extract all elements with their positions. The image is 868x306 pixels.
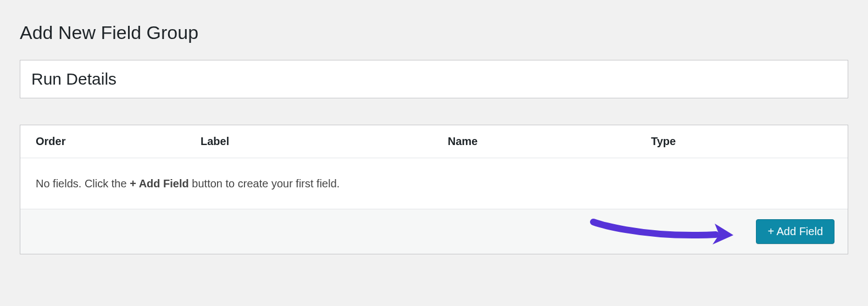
add-field-button[interactable]: + Add Field — [756, 219, 834, 244]
empty-fields-message: No fields. Click the + Add Field button … — [20, 158, 848, 209]
col-header-type: Type — [651, 135, 832, 148]
page-title: Add New Field Group — [20, 20, 848, 44]
fields-panel: Order Label Name Type No fields. Click t… — [20, 125, 848, 254]
fields-footer: + Add Field — [20, 209, 848, 254]
fields-table-header: Order Label Name Type — [20, 125, 848, 158]
arrow-annotation-icon — [589, 214, 738, 252]
col-header-order: Order — [36, 135, 201, 148]
col-header-label: Label — [201, 135, 448, 148]
empty-text-after: button to create your first field. — [189, 177, 340, 190]
empty-text-bold: + Add Field — [130, 177, 189, 190]
group-title-input[interactable] — [20, 60, 848, 98]
empty-text-before: No fields. Click the — [36, 177, 130, 190]
col-header-name: Name — [448, 135, 651, 148]
